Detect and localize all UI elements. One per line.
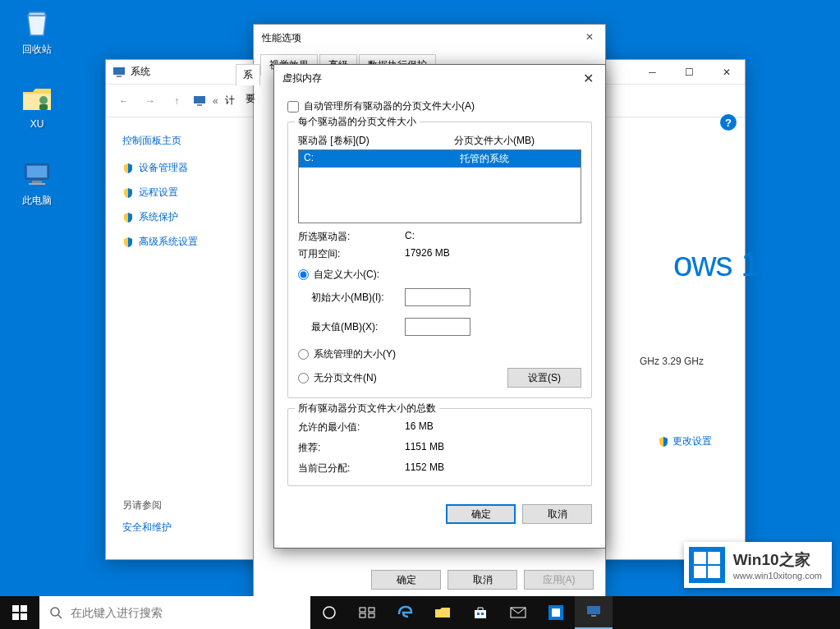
start-button[interactable] bbox=[0, 596, 39, 629]
svg-rect-3 bbox=[27, 166, 47, 177]
sidebar-item-protection[interactable]: 系统保护 bbox=[122, 210, 237, 224]
selected-drive-label: 所选驱动器: bbox=[298, 230, 405, 244]
cancel-button[interactable]: 取消 bbox=[522, 504, 592, 524]
recommended-value: 1151 MB bbox=[405, 441, 444, 455]
sidebar: 控制面板主页 设备管理器 远程设置 系统保护 高级系统设置 另请参阅 安全和维护 bbox=[106, 117, 237, 559]
allowed-min-value: 16 MB bbox=[405, 420, 434, 434]
watermark: Win10之家 www.win10xitong.com bbox=[684, 542, 832, 588]
no-paging-radio[interactable] bbox=[298, 373, 309, 383]
sidebar-header[interactable]: 控制面板主页 bbox=[122, 134, 237, 148]
svg-rect-4 bbox=[32, 181, 42, 183]
minimize-button[interactable]: ─ bbox=[634, 60, 671, 85]
security-maintenance-link[interactable]: 安全和维护 bbox=[122, 521, 172, 535]
ok-button[interactable]: 确定 bbox=[371, 570, 441, 590]
initial-size-label: 初始大小(MB)(I): bbox=[298, 291, 405, 305]
initial-size-input[interactable] bbox=[405, 288, 470, 306]
shield-icon bbox=[658, 436, 669, 448]
recommended-label: 推荐: bbox=[298, 441, 405, 455]
svg-rect-22 bbox=[477, 613, 480, 615]
close-button[interactable]: ✕ bbox=[708, 60, 745, 85]
svg-rect-26 bbox=[552, 608, 560, 617]
svg-rect-11 bbox=[21, 605, 27, 612]
forward-button[interactable]: → bbox=[140, 91, 160, 111]
windows-icon bbox=[12, 605, 27, 620]
custom-size-label: 自定义大小(C): bbox=[314, 268, 379, 282]
cortana-icon bbox=[322, 605, 337, 620]
taskbar bbox=[0, 596, 840, 629]
maximize-button[interactable]: ☐ bbox=[671, 60, 708, 85]
partial-text: 要 bbox=[246, 92, 255, 106]
task-view-button[interactable] bbox=[348, 596, 386, 629]
up-button[interactable]: ↑ bbox=[167, 91, 186, 111]
svg-point-0 bbox=[39, 96, 48, 104]
cortana-button[interactable] bbox=[310, 596, 348, 629]
svg-line-15 bbox=[58, 615, 62, 618]
no-paging-label: 无分页文件(N) bbox=[314, 371, 377, 385]
app-button[interactable] bbox=[537, 596, 575, 629]
back-button[interactable]: ← bbox=[114, 91, 134, 111]
search-input[interactable] bbox=[71, 606, 301, 619]
svg-rect-21 bbox=[475, 610, 486, 618]
explorer-button[interactable] bbox=[424, 596, 461, 629]
svg-point-14 bbox=[51, 608, 59, 616]
system-taskbar-button[interactable] bbox=[575, 596, 613, 629]
svg-rect-5 bbox=[29, 183, 45, 185]
perf-titlebar[interactable]: 性能选项 ✕ bbox=[254, 25, 605, 51]
cpu-info: GHz 3.29 GHz bbox=[640, 356, 704, 367]
shield-icon bbox=[122, 212, 134, 223]
edge-button[interactable] bbox=[386, 596, 424, 629]
recycle-bin-icon bbox=[21, 7, 53, 39]
perf-buttons: 确定 取消 应用(A) bbox=[371, 570, 594, 590]
desktop-icon-this-pc[interactable]: 此电脑 bbox=[8, 158, 66, 208]
desktop-icon-xu-folder[interactable]: XU bbox=[8, 82, 66, 130]
apply-button[interactable]: 应用(A) bbox=[524, 570, 594, 590]
drive-list[interactable]: C: 托管的系统 bbox=[298, 149, 581, 223]
auto-manage-label: 自动管理所有驱动器的分页文件大小(A) bbox=[304, 99, 475, 113]
change-settings-link[interactable]: 更改设置 bbox=[658, 434, 712, 448]
system-managed-radio[interactable] bbox=[298, 349, 309, 360]
task-view-icon bbox=[359, 606, 375, 619]
store-button[interactable] bbox=[461, 596, 499, 629]
group-legend: 每个驱动器的分页文件大小 bbox=[295, 115, 420, 129]
set-button[interactable]: 设置(S) bbox=[507, 368, 581, 388]
store-icon bbox=[473, 605, 488, 620]
available-space-label: 可用空间: bbox=[298, 247, 405, 261]
sidebar-item-remote[interactable]: 远程设置 bbox=[122, 186, 237, 200]
vm-titlebar[interactable]: 虚拟内存 ✕ bbox=[274, 65, 605, 91]
selected-drive-value: C: bbox=[405, 230, 415, 244]
svg-rect-8 bbox=[194, 96, 205, 103]
svg-rect-17 bbox=[360, 608, 365, 612]
sidebar-item-advanced[interactable]: 高级系统设置 bbox=[122, 235, 237, 249]
svg-rect-12 bbox=[12, 613, 19, 620]
sidebar-item-device-manager[interactable]: 设备管理器 bbox=[122, 161, 237, 175]
shield-icon bbox=[122, 163, 134, 174]
svg-rect-19 bbox=[360, 613, 365, 618]
see-also-header: 另请参阅 bbox=[122, 498, 172, 512]
svg-rect-28 bbox=[591, 615, 596, 617]
ok-button[interactable]: 确定 bbox=[446, 504, 516, 524]
windows-10-logo: ows 10 bbox=[673, 245, 778, 284]
max-size-input[interactable] bbox=[405, 318, 470, 336]
svg-rect-20 bbox=[369, 613, 374, 618]
custom-size-radio[interactable] bbox=[298, 269, 309, 280]
virtual-memory-dialog: 虚拟内存 ✕ 自动管理所有驱动器的分页文件大小(A) 每个驱动器的分页文件大小 … bbox=[273, 64, 606, 549]
mail-button[interactable] bbox=[499, 596, 537, 629]
breadcrumb[interactable]: 计 bbox=[225, 94, 235, 108]
pc-icon bbox=[585, 604, 602, 619]
search-icon bbox=[49, 606, 62, 619]
col-drive: 驱动器 [卷标](D) bbox=[298, 134, 454, 148]
max-size-label: 最大值(MB)(X): bbox=[298, 320, 405, 334]
svg-rect-6 bbox=[113, 67, 125, 75]
close-button[interactable]: ✕ bbox=[580, 71, 597, 86]
cancel-button[interactable]: 取消 bbox=[448, 570, 517, 590]
drive-row-c[interactable]: C: 托管的系统 bbox=[299, 150, 581, 168]
search-box[interactable] bbox=[39, 596, 310, 629]
drive-list-headers: 驱动器 [卷标](D) 分页文件大小(MB) bbox=[298, 134, 581, 148]
tab-system[interactable]: 系 bbox=[236, 64, 260, 85]
desktop-label: XU bbox=[8, 118, 66, 130]
desktop-icon-recycle-bin[interactable]: 回收站 bbox=[8, 7, 66, 57]
auto-manage-checkbox[interactable] bbox=[287, 101, 299, 112]
auto-manage-checkbox-row: 自动管理所有驱动器的分页文件大小(A) bbox=[287, 99, 592, 113]
desktop-label: 回收站 bbox=[8, 43, 66, 57]
close-button[interactable]: ✕ bbox=[585, 31, 599, 44]
